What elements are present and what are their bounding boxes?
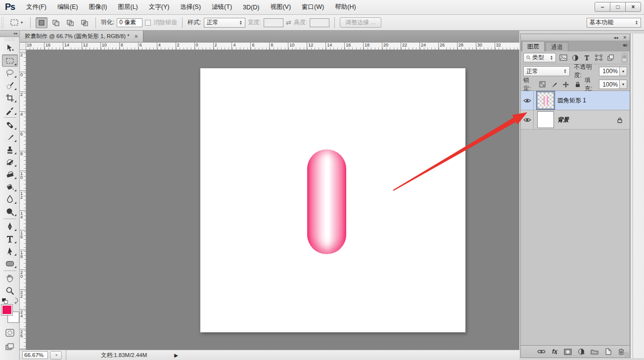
tab-layers[interactable]: 图层 [522, 41, 545, 51]
close-button[interactable]: × [625, 2, 641, 12]
opacity-field[interactable]: 100% ▼ [599, 67, 627, 76]
style-select[interactable]: 正常 ▲▼ [204, 18, 245, 28]
ruler-corner[interactable] [20, 43, 26, 50]
capsule-shape[interactable] [307, 149, 346, 254]
menu-文字[interactable]: 文字(Y) [143, 0, 175, 14]
opacity-drop-icon[interactable]: ▼ [620, 67, 627, 76]
dock-edge-strip[interactable] [630, 34, 644, 358]
width-input[interactable] [264, 18, 283, 27]
dock-close-button[interactable]: ✕ [623, 35, 627, 40]
rectangular-marquee-tool[interactable] [2, 54, 18, 67]
panel-resize-handle[interactable] [624, 352, 629, 357]
zoom-level-field[interactable]: 66.67% [22, 351, 48, 359]
minimize-button[interactable]: – [595, 2, 610, 12]
swap-width-height-icon[interactable]: ⇄ [286, 19, 291, 26]
pen-tool[interactable] [2, 220, 18, 232]
new-layer-icon[interactable] [603, 348, 612, 356]
selection-mode-add-button[interactable] [50, 17, 62, 28]
blur-tool[interactable] [2, 193, 18, 205]
menu-图层[interactable]: 图层(L) [112, 0, 143, 14]
paint-bucket-tool[interactable] [2, 180, 18, 193]
clone-stamp-tool[interactable] [2, 143, 18, 156]
tab-channels[interactable]: 通道 [546, 42, 568, 51]
fill-drop-icon[interactable]: ▼ [620, 80, 627, 89]
link-layers-icon[interactable] [537, 348, 546, 356]
lasso-tool[interactable] [2, 67, 18, 79]
status-flyout-button[interactable]: ▶ [174, 353, 178, 358]
quick-selection-tool[interactable] [2, 79, 18, 91]
antialias-checkbox[interactable] [145, 20, 151, 26]
menu-窗口[interactable]: 窗口(W) [296, 0, 329, 14]
filter-on-off-toggle[interactable] [622, 53, 627, 62]
lock-pixels-icon[interactable] [550, 80, 558, 89]
screen-mode-button[interactable] [2, 341, 18, 353]
horizontal-ruler[interactable]: 1816141210864202468101214161820222426283… [26, 43, 519, 50]
dock-collapse-button[interactable]: ◂◂ [613, 35, 618, 40]
tools-collapse-button[interactable]: ▸▸ [0, 31, 19, 37]
menu-视图[interactable]: 视图(V) [265, 0, 296, 14]
menu-3D[interactable]: 3D(D) [237, 0, 265, 14]
height-input[interactable] [310, 18, 329, 27]
new-adjustment-layer-icon[interactable]: ▾ [577, 348, 586, 356]
filter-smart-objects-icon[interactable] [606, 53, 615, 62]
zoom-tool[interactable] [2, 284, 18, 297]
layer-row[interactable]: 圆角矩形 1 [521, 91, 630, 110]
fill-field[interactable]: 100% ▼ [599, 80, 627, 89]
layer-visibility-toggle[interactable] [521, 110, 534, 129]
layer-visibility-toggle[interactable] [521, 91, 534, 110]
add-layer-mask-icon[interactable] [563, 348, 572, 356]
menu-帮助[interactable]: 帮助(H) [329, 0, 361, 14]
crop-tool[interactable] [2, 91, 18, 104]
status-history-icon[interactable]: ◔ [50, 351, 62, 360]
hand-tool[interactable] [2, 272, 18, 284]
layer-name[interactable]: 圆角矩形 1 [557, 96, 586, 105]
layer-filter-select[interactable]: 类型 ▲▼ [523, 53, 556, 62]
eraser-tool[interactable] [2, 168, 18, 180]
tool-preset-picker[interactable]: ▾ [7, 16, 25, 29]
path-selection-tool[interactable] [2, 245, 18, 257]
layer-style-fx-icon[interactable]: fx▾ [550, 348, 559, 356]
layer-name[interactable]: 背景 [557, 116, 569, 124]
canvas[interactable] [26, 50, 519, 350]
selection-mode-new-button[interactable] [36, 17, 47, 28]
dodge-tool[interactable] [2, 205, 18, 218]
spot-healing-brush-tool[interactable] [2, 119, 18, 131]
selection-mode-intersect-button[interactable] [79, 17, 91, 28]
layer-row[interactable]: 背景 [521, 110, 630, 130]
lock-all-icon[interactable] [573, 80, 582, 89]
new-group-icon[interactable] [590, 348, 599, 356]
layer-thumbnail[interactable] [537, 92, 554, 109]
menu-图像[interactable]: 图像(I) [84, 0, 113, 14]
filter-shape-layers-icon[interactable] [594, 53, 603, 62]
menu-编辑[interactable]: 编辑(E) [52, 0, 84, 14]
blend-mode-select[interactable]: 正常 ▲▼ [523, 66, 570, 76]
brush-tool[interactable] [2, 131, 18, 143]
vertical-ruler[interactable]: 2024681 01 21 41 61 82 02 22 42 62 8 [20, 50, 26, 350]
eyedropper-tool[interactable] [2, 104, 18, 116]
maximize-button[interactable]: □ [610, 2, 626, 12]
lock-transparency-icon[interactable] [538, 80, 547, 89]
layer-thumbnail[interactable] [537, 111, 554, 128]
foreground-color-swatch[interactable] [1, 305, 12, 315]
workspace-select[interactable]: 基本功能 ▲▼ [587, 18, 641, 28]
default-colors-icon[interactable] [2, 298, 8, 304]
document-tab[interactable]: 胶囊制作 @ 66.7% (圆角矩形 1, RGB/8) * × [20, 31, 143, 42]
selection-mode-subtract-button[interactable] [64, 17, 76, 28]
filter-pixel-layers-icon[interactable] [558, 53, 568, 62]
refine-edge-button[interactable]: 调整边缘 ... [340, 17, 381, 28]
feather-input[interactable]: 0 像素 [117, 18, 142, 27]
lock-position-icon[interactable] [561, 80, 570, 89]
filter-type-layers-icon[interactable] [582, 53, 592, 62]
menu-选择[interactable]: 选择(S) [175, 0, 206, 14]
quick-mask-button[interactable] [2, 327, 18, 339]
menu-滤镜[interactable]: 滤镜(T) [206, 0, 237, 14]
menu-文件[interactable]: 文件(F) [21, 0, 52, 14]
rounded-rectangle-tool[interactable] [2, 257, 18, 270]
history-brush-tool[interactable] [2, 156, 18, 168]
panel-menu-icon[interactable]: ▾≡ [623, 43, 627, 48]
swap-colors-icon[interactable]: ⤸ [14, 297, 18, 304]
type-tool[interactable] [2, 232, 18, 245]
tab-close-icon[interactable]: × [135, 33, 138, 40]
move-tool[interactable] [2, 42, 18, 54]
filter-adjustment-layers-icon[interactable] [570, 53, 580, 62]
